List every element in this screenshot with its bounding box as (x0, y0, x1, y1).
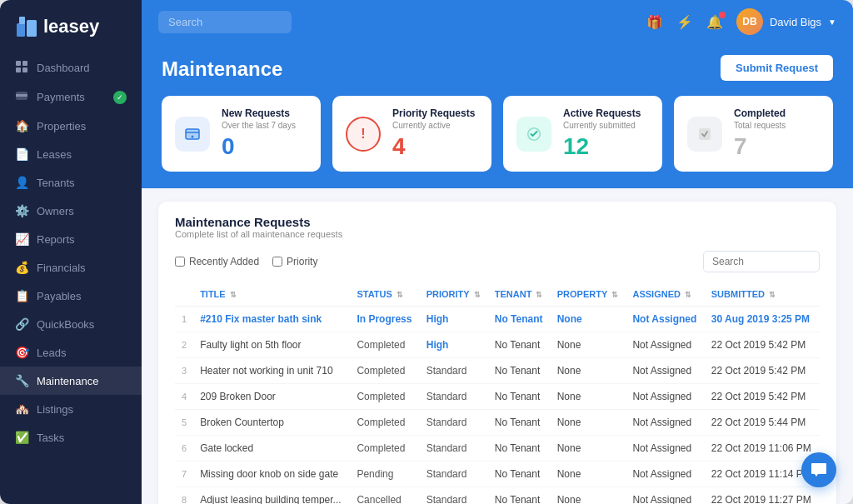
table-row[interactable]: 5 Broken Countertop Completed Standard N… (175, 410, 820, 436)
row-assigned: Not Assigned (626, 410, 704, 436)
table-header: TITLE ⇅ STATUS ⇅ PRIORITY ⇅ TENANT ⇅ PRO… (175, 282, 820, 307)
row-assigned: Not Assigned (626, 358, 704, 384)
leases-icon: 📄 (15, 147, 28, 161)
row-num: 5 (175, 410, 193, 436)
row-priority: Standard (420, 410, 488, 436)
col-submitted[interactable]: SUBMITTED ⇅ (705, 282, 820, 307)
table-search-input[interactable] (703, 251, 820, 272)
col-assigned[interactable]: ASSIGNED ⇅ (626, 282, 704, 307)
svg-rect-2 (19, 17, 25, 24)
table-row[interactable]: 3 Heater not working in unit 710 Complet… (175, 358, 820, 384)
stat-info-priority: Priority Requests Currently active 4 (392, 107, 478, 160)
svg-rect-6 (22, 67, 27, 72)
row-title[interactable]: 209 Broken Door (193, 384, 350, 410)
maintenance-table: TITLE ⇅ STATUS ⇅ PRIORITY ⇅ TENANT ⇅ PRO… (175, 282, 820, 504)
sidebar-item-quickbooks[interactable]: 🔗 QuickBooks (0, 310, 142, 338)
row-property: None (551, 384, 626, 410)
table-title-group: Maintenance Requests Complete list of al… (175, 215, 342, 247)
row-tenant: No Tenant (488, 410, 551, 436)
sidebar-label-listings: Listings (37, 403, 73, 416)
sidebar-item-dashboard[interactable]: Dashboard (0, 53, 142, 82)
col-priority[interactable]: PRIORITY ⇅ (420, 282, 488, 307)
svg-rect-0 (17, 23, 25, 37)
sidebar-item-owners[interactable]: ⚙️ Owners (0, 197, 142, 225)
svg-rect-8 (16, 94, 27, 97)
sidebar-label-leads: Leads (37, 347, 66, 359)
sidebar-nav: Dashboard Payments ✓ 🏠 Properties 📄 Leas… (0, 50, 142, 504)
row-title[interactable]: Missing door knob on side gate (193, 462, 350, 487)
row-title[interactable]: Gate locked (193, 436, 350, 462)
stat-label-new: New Requests (222, 107, 307, 119)
row-title[interactable]: #210 Fix master bath sink (193, 307, 350, 332)
svg-rect-1 (27, 20, 37, 37)
row-submitted: 22 Oct 2019 5:42 PM (705, 358, 820, 384)
avatar: DB (736, 8, 763, 35)
stat-card-priority: ! Priority Requests Currently active 4 (332, 96, 491, 172)
recently-added-filter[interactable]: Recently Added (175, 256, 259, 267)
page-content: Maintenance Submit Request New Requests … (142, 43, 853, 504)
row-submitted: 22 Oct 2019 11:06 PM (705, 436, 820, 462)
table-row[interactable]: 6 Gate locked Completed Standard No Tena… (175, 436, 820, 462)
table-row[interactable]: 2 Faulty light on 5th floor Completed Hi… (175, 332, 820, 358)
row-submitted: 30 Aug 2019 3:25 PM (705, 307, 820, 332)
priority-filter[interactable]: Priority (272, 256, 317, 267)
recently-added-checkbox[interactable] (175, 257, 185, 267)
sidebar-item-listings[interactable]: 🏘️ Listings (0, 395, 142, 423)
sidebar-item-leases[interactable]: 📄 Leases (0, 140, 142, 168)
sidebar-item-payables[interactable]: 📋 Payables (0, 282, 142, 310)
lightning-icon[interactable]: ⚡ (676, 14, 693, 30)
sidebar-item-reports[interactable]: 📈 Reports (0, 225, 142, 253)
sidebar-item-financials[interactable]: 💰 Financials (0, 253, 142, 282)
table-controls: Recently Added Priority (175, 251, 820, 272)
sidebar-item-maintenance[interactable]: 🔧 Maintenance (0, 367, 142, 395)
sidebar-label-owners: Owners (37, 205, 74, 217)
row-assigned: Not Assigned (626, 487, 704, 505)
sidebar-label-dashboard: Dashboard (37, 62, 90, 74)
row-title[interactable]: Faulty light on 5th floor (193, 332, 350, 358)
stat-sub-priority: Currently active (392, 121, 478, 130)
chat-bubble[interactable] (801, 452, 836, 487)
row-assigned: Not Assigned (626, 436, 704, 462)
row-property: None (551, 487, 626, 505)
row-title[interactable]: Adjust leasing building temper... (193, 487, 350, 505)
sidebar-item-tenants[interactable]: 👤 Tenants (0, 168, 142, 197)
row-title[interactable]: Heater not working in unit 710 (193, 358, 350, 384)
row-status: Completed (350, 384, 419, 410)
sidebar-item-leads[interactable]: 🎯 Leads (0, 338, 142, 367)
table-row[interactable]: 4 209 Broken Door Completed Standard No … (175, 384, 820, 410)
stat-label-priority: Priority Requests (392, 107, 478, 119)
maintenance-icon: 🔧 (15, 374, 28, 387)
submit-request-button[interactable]: Submit Request (721, 55, 833, 81)
sidebar-item-payments[interactable]: Payments ✓ (0, 82, 142, 112)
notification-icon[interactable]: 🔔 (706, 14, 723, 30)
table-row[interactable]: 7 Missing door knob on side gate Pending… (175, 462, 820, 487)
priority-checkbox[interactable] (272, 257, 282, 267)
main-content: 🎁 ⚡ 🔔 DB David Bigs ▼ Maintenance Submit… (142, 0, 853, 504)
gift-icon[interactable]: 🎁 (646, 14, 663, 30)
sidebar-item-properties[interactable]: 🏠 Properties (0, 112, 142, 140)
sidebar-label-quickbooks: QuickBooks (37, 318, 94, 331)
user-menu[interactable]: DB David Bigs ▼ (736, 8, 836, 35)
sidebar: leasey Dashboard Payments ✓ 🏠 Properties (0, 0, 142, 504)
search-input[interactable] (158, 11, 292, 33)
row-assigned: Not Assigned (626, 384, 704, 410)
row-submitted: 22 Oct 2019 5:42 PM (705, 384, 820, 410)
col-tenant[interactable]: TENANT ⇅ (488, 282, 551, 307)
notification-dot (719, 12, 726, 18)
page-header: Maintenance Submit Request (142, 43, 853, 96)
table-row[interactable]: 1 #210 Fix master bath sink In Progress … (175, 307, 820, 332)
row-tenant: No Tenant (488, 384, 551, 410)
col-status[interactable]: STATUS ⇅ (350, 282, 419, 307)
stat-sub-active: Currently submitted (563, 121, 649, 130)
col-title[interactable]: TITLE ⇅ (193, 282, 350, 307)
listings-icon: 🏘️ (15, 402, 28, 416)
table-body: 1 #210 Fix master bath sink In Progress … (175, 307, 820, 505)
owners-icon: ⚙️ (15, 204, 28, 217)
col-property[interactable]: PROPERTY ⇅ (551, 282, 626, 307)
row-num: 4 (175, 384, 193, 410)
row-title[interactable]: Broken Countertop (193, 410, 350, 436)
row-priority: High (420, 307, 488, 332)
table-row[interactable]: 8 Adjust leasing building temper... Canc… (175, 487, 820, 505)
sidebar-item-tasks[interactable]: ✅ Tasks (0, 423, 142, 452)
payables-icon: 📋 (15, 289, 28, 302)
